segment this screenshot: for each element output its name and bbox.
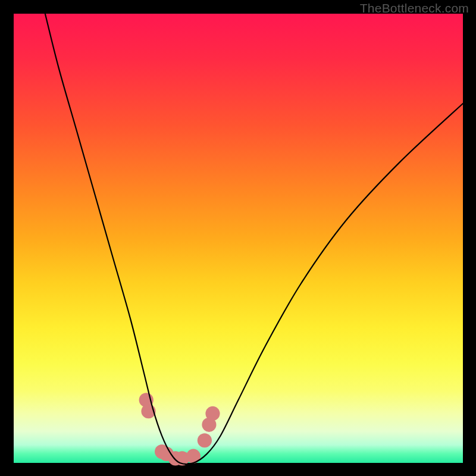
plot-area xyxy=(14,14,463,463)
curve-layer xyxy=(14,14,463,463)
bottleneck-marker xyxy=(205,406,220,421)
bottleneck-marker xyxy=(198,433,212,447)
chart-container: TheBottleneck.com xyxy=(0,0,476,476)
watermark-text: TheBottleneck.com xyxy=(360,1,469,15)
